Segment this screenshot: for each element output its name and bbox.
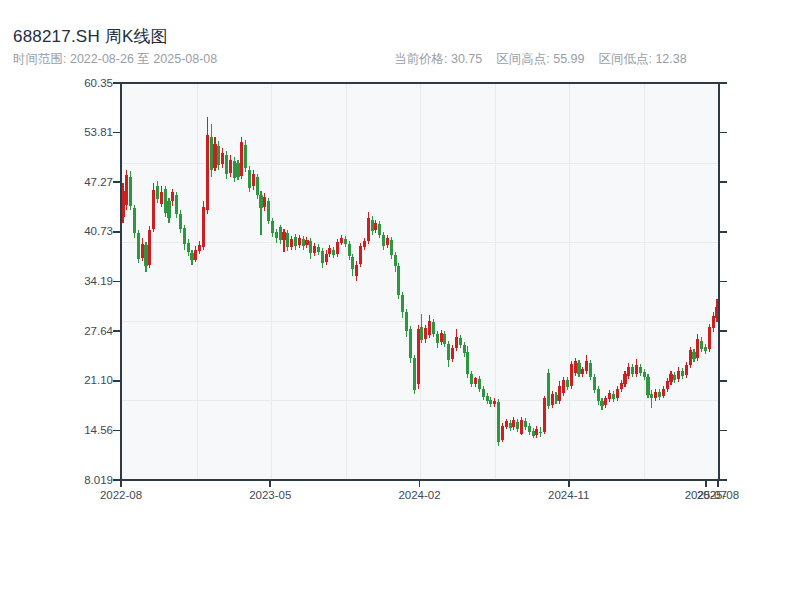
candle [631, 364, 634, 378]
candle [570, 361, 573, 390]
candlestick-canvas [122, 84, 718, 479]
candle [501, 423, 504, 442]
y-tick-label: 21.10 [58, 374, 113, 386]
candle [715, 299, 718, 322]
candle [133, 205, 136, 238]
candle [394, 252, 397, 272]
candle [144, 242, 147, 272]
x-tick-mark [717, 481, 719, 487]
candle [459, 335, 462, 348]
candle [585, 355, 588, 374]
candle [440, 330, 443, 345]
y-tick-mark [720, 231, 727, 233]
y-tick-mark [720, 132, 727, 134]
y-tick-label: 14.56 [58, 424, 113, 436]
x-tick-label: 2025-08 [697, 489, 739, 501]
y-tick-mark [113, 281, 120, 283]
candle [164, 186, 167, 217]
candle [639, 364, 642, 376]
candle [447, 341, 450, 367]
candle [332, 247, 335, 258]
candle [390, 237, 393, 259]
candle [240, 137, 243, 179]
candle [604, 396, 607, 408]
candle [252, 170, 255, 190]
range-high-text: 区间高点: 55.99 [496, 51, 584, 68]
x-tick-mark [419, 481, 421, 487]
y-tick-mark [113, 181, 120, 183]
candle [122, 183, 125, 224]
candle [681, 368, 684, 379]
y-tick-label: 40.73 [58, 225, 113, 237]
x-tick-mark [568, 481, 570, 487]
y-tick-mark [720, 82, 727, 84]
candle [505, 419, 508, 430]
candle [470, 371, 473, 387]
candle [183, 225, 186, 250]
candle [555, 392, 558, 404]
candle [443, 331, 446, 347]
candle [558, 381, 561, 404]
candle [386, 235, 389, 248]
candle [696, 334, 699, 361]
candle [321, 248, 324, 268]
x-tick-mark [705, 481, 707, 487]
candle [528, 423, 531, 434]
candle [700, 337, 703, 352]
candle [524, 418, 527, 430]
candle [401, 292, 404, 318]
y-tick-label: 8.019 [58, 474, 113, 486]
candle [325, 250, 328, 264]
x-tick-mark [269, 481, 271, 487]
y-tick-label: 53.81 [58, 126, 113, 138]
candle [290, 236, 293, 250]
candle [489, 397, 492, 408]
candle [474, 377, 477, 388]
candle [463, 342, 466, 357]
candle [374, 220, 377, 234]
candle [417, 325, 420, 388]
candle [298, 235, 301, 248]
candle [397, 263, 400, 298]
candle [478, 376, 481, 393]
candle [620, 380, 623, 393]
candle [359, 243, 362, 267]
candle [708, 324, 711, 352]
candle [662, 386, 665, 398]
candle [566, 377, 569, 391]
candle [635, 359, 638, 376]
y-tick-mark [113, 132, 120, 134]
candle [141, 238, 144, 261]
candle [482, 386, 485, 400]
candle [562, 377, 565, 396]
range-low-text: 区间低点: 12.38 [598, 51, 686, 68]
candle [413, 355, 416, 394]
candle [692, 349, 695, 362]
candle [340, 235, 343, 246]
y-tick-label: 60.35 [58, 77, 113, 89]
candle [328, 245, 331, 257]
y-tick-mark [720, 181, 727, 183]
candle [148, 226, 151, 268]
candle [520, 417, 523, 436]
candle [152, 183, 155, 231]
candle [363, 238, 366, 250]
candle [539, 427, 542, 437]
candle [424, 325, 427, 342]
candle [171, 189, 174, 206]
candle [259, 191, 262, 236]
candle [302, 236, 305, 250]
x-tick-label: 2024-02 [398, 489, 440, 501]
candle [551, 391, 554, 408]
candle [156, 181, 159, 203]
x-tick-label: 2023-05 [249, 489, 291, 501]
candle [263, 193, 266, 211]
y-tick-mark [720, 281, 727, 283]
candle [643, 369, 646, 380]
candle [317, 244, 320, 255]
candle [409, 326, 412, 363]
candle [597, 386, 600, 405]
candle [516, 419, 519, 432]
candle [217, 141, 220, 170]
candle [405, 309, 408, 337]
